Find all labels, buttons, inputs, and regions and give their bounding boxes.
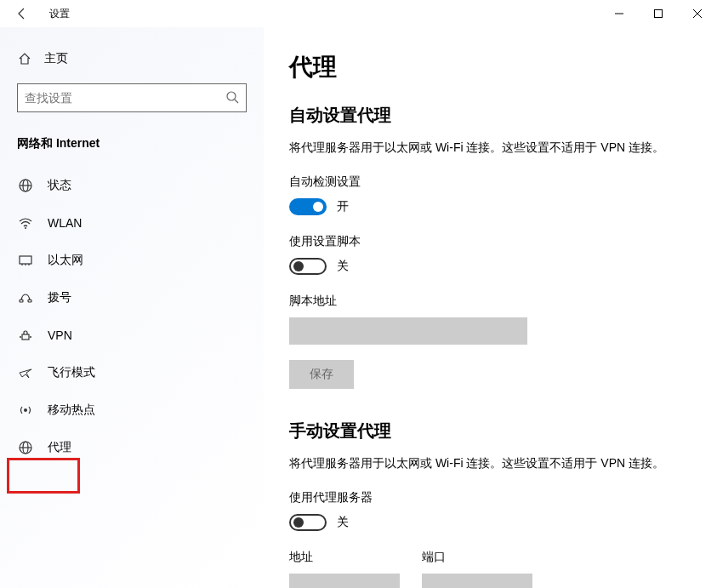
svg-point-17 (20, 336, 21, 338)
proxy-port-input[interactable] (422, 574, 532, 588)
svg-point-19 (24, 408, 27, 412)
page-title: 代理 (289, 51, 691, 83)
airplane-icon (17, 365, 34, 380)
maximize-button[interactable] (639, 0, 678, 27)
globe-icon (17, 440, 34, 455)
sidebar-item-label: 移动热点 (48, 402, 95, 418)
svg-rect-14 (20, 300, 23, 302)
svg-point-18 (30, 336, 31, 338)
sidebar-item-label: WLAN (48, 216, 82, 230)
status-icon (17, 178, 34, 193)
usescript-state: 关 (337, 259, 349, 274)
sidebar-item-label: 拨号 (48, 290, 71, 305)
section-heading-manual: 手动设置代理 (289, 420, 691, 442)
useproxy-label: 使用代理服务器 (289, 490, 691, 505)
sidebar-item-label: 以太网 (48, 253, 83, 268)
sidebar-item-wlan[interactable]: WLAN (14, 204, 247, 242)
svg-point-4 (227, 92, 236, 100)
main-content: 代理 自动设置代理 将代理服务器用于以太网或 Wi-Fi 连接。这些设置不适用于… (264, 27, 717, 588)
sidebar-item-label: 飞行模式 (48, 365, 95, 380)
search-icon (225, 90, 239, 106)
sidebar-home[interactable]: 主页 (17, 44, 247, 73)
autodetect-label: 自动检测设置 (289, 174, 691, 190)
titlebar: 设置 (0, 0, 717, 27)
section-desc-manual: 将代理服务器用于以太网或 Wi-Fi 连接。这些设置不适用于 VPN 连接。 (289, 456, 691, 471)
sidebar-category: 网络和 Internet (17, 136, 247, 151)
proxy-address-input[interactable] (289, 574, 400, 588)
home-icon (17, 52, 32, 66)
search-input[interactable] (17, 83, 247, 112)
dialup-icon (17, 290, 34, 305)
usescript-label: 使用设置脚本 (289, 234, 691, 249)
useproxy-toggle[interactable] (289, 514, 327, 531)
vpn-icon (17, 328, 34, 343)
sidebar-home-label: 主页 (44, 51, 68, 66)
sidebar-item-ethernet[interactable]: 以太网 (14, 242, 247, 279)
window-title: 设置 (49, 7, 70, 21)
sidebar-item-status[interactable]: 状态 (14, 167, 247, 204)
autodetect-toggle[interactable] (289, 198, 327, 215)
back-button[interactable] (9, 0, 36, 27)
autodetect-state: 开 (337, 199, 349, 214)
sidebar-item-proxy[interactable]: 代理 (14, 429, 247, 466)
hotspot-icon (17, 402, 34, 418)
svg-rect-16 (22, 334, 29, 340)
sidebar-item-label: VPN (48, 328, 72, 342)
sidebar-item-airplane[interactable]: 飞行模式 (14, 354, 247, 391)
window-controls (600, 0, 717, 27)
wifi-icon (17, 215, 34, 231)
sidebar-item-dialup[interactable]: 拨号 (14, 279, 247, 317)
close-button[interactable] (678, 0, 717, 27)
sidebar-item-hotspot[interactable]: 移动热点 (14, 391, 247, 429)
svg-line-5 (235, 100, 238, 103)
usescript-toggle[interactable] (289, 258, 327, 275)
sidebar: 主页 网络和 Internet 状态 WLAN 以太网 (0, 27, 264, 588)
save-button[interactable]: 保存 (289, 360, 354, 389)
script-address-input[interactable] (289, 317, 527, 345)
svg-point-9 (25, 227, 26, 229)
svg-rect-15 (28, 300, 31, 302)
sidebar-item-vpn[interactable]: VPN (14, 317, 247, 354)
svg-rect-1 (655, 10, 663, 18)
ethernet-icon (17, 253, 34, 268)
useproxy-state: 关 (337, 515, 349, 530)
svg-rect-10 (20, 256, 31, 264)
search-field[interactable] (25, 91, 225, 105)
port-label: 端口 (422, 550, 532, 565)
address-label: 地址 (289, 550, 400, 565)
minimize-button[interactable] (600, 0, 639, 27)
script-address-label: 脚本地址 (289, 294, 691, 309)
section-desc-auto: 将代理服务器用于以太网或 Wi-Fi 连接。这些设置不适用于 VPN 连接。 (289, 140, 691, 156)
section-heading-auto: 自动设置代理 (289, 104, 691, 127)
sidebar-item-label: 代理 (48, 440, 71, 455)
sidebar-item-label: 状态 (48, 178, 71, 193)
